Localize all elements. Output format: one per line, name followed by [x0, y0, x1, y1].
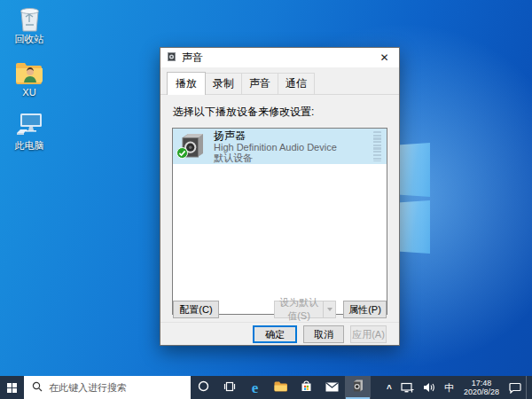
- set-default-button[interactable]: 设为默认值(S): [274, 301, 324, 318]
- sound-dialog: 声音 ✕ 播放 录制 声音 通信 选择以下播放设备来修改设置:: [160, 47, 400, 346]
- tab-recording[interactable]: 录制: [205, 73, 242, 94]
- desktop-icon-label: 回收站: [15, 34, 44, 44]
- mail-icon: [325, 379, 339, 395]
- cancel-button[interactable]: 取消: [303, 325, 344, 343]
- taskbar-mail-button[interactable]: [319, 376, 345, 399]
- task-view-icon: [223, 379, 236, 395]
- tray-time: 17:48: [472, 379, 492, 387]
- network-tray-icon[interactable]: [396, 376, 419, 399]
- store-icon: [301, 379, 312, 395]
- file-explorer-icon: [274, 379, 287, 395]
- dialog-speaker-icon: [167, 51, 177, 65]
- taskbar-file-explorer-button[interactable]: [268, 376, 293, 399]
- taskbar-edge-button[interactable]: e: [242, 376, 268, 399]
- taskbar-store-button[interactable]: [293, 376, 319, 399]
- desktop-icon-label: XU: [22, 87, 35, 98]
- sound-app-icon: [352, 379, 364, 395]
- desktop: 回收站 XU: [0, 0, 532, 399]
- playback-device-list[interactable]: 扬声器 High Definition Audio Device 默认设备: [172, 128, 387, 315]
- cortana-icon: [198, 379, 209, 395]
- dialog-titlebar[interactable]: 声音 ✕: [160, 48, 399, 67]
- tray-clock[interactable]: 17:48 2020/8/28: [458, 376, 505, 399]
- desktop-icon-list: 回收站 XU: [2, 5, 57, 151]
- chevron-down-icon: [327, 308, 332, 311]
- volume-level-meter: [373, 131, 381, 161]
- device-name: 扬声器: [214, 130, 373, 142]
- apply-button[interactable]: 应用(A): [350, 325, 387, 343]
- close-icon[interactable]: ✕: [370, 48, 399, 67]
- taskbar-search[interactable]: [24, 376, 191, 399]
- device-status: 默认设备: [214, 153, 373, 163]
- desktop-icon-label: 此电脑: [15, 140, 44, 151]
- set-default-split-button: 设为默认值(S): [274, 301, 336, 318]
- properties-button[interactable]: 属性(P): [343, 301, 387, 318]
- user-folder-icon: [15, 59, 43, 85]
- action-center-icon[interactable]: [505, 376, 526, 399]
- tray-date: 2020/8/28: [464, 387, 499, 396]
- device-item-speakers[interactable]: 扬声器 High Definition Audio Device 默认设备: [173, 129, 387, 164]
- dialog-footer: 确定 取消 应用(A): [160, 322, 399, 346]
- start-button[interactable]: [0, 376, 24, 399]
- volume-tray-icon[interactable]: [419, 376, 440, 399]
- speaker-device-icon: [179, 133, 206, 160]
- taskbar-cortana-button[interactable]: [191, 376, 216, 399]
- show-desktop-button[interactable]: [526, 376, 529, 399]
- hidden-icons-button[interactable]: ^: [382, 377, 396, 399]
- taskbar-sound-app-button[interactable]: [345, 376, 371, 399]
- configure-button[interactable]: 配置(C): [173, 301, 219, 318]
- system-tray: ^ 中 17:48 2020/8/28: [382, 376, 532, 399]
- desktop-icon-recycle-bin[interactable]: 回收站: [2, 5, 57, 44]
- dialog-tabstrip: 播放 录制 声音 通信: [160, 67, 399, 95]
- taskbar-task-view-button[interactable]: [216, 376, 242, 399]
- set-default-dropdown-button[interactable]: [323, 301, 336, 318]
- tab-playback[interactable]: 播放: [167, 72, 206, 95]
- device-text-block: 扬声器 High Definition Audio Device 默认设备: [214, 130, 373, 163]
- playback-instruction: 选择以下播放设备来修改设置:: [173, 105, 387, 120]
- edge-icon: e: [252, 380, 259, 395]
- tab-communications[interactable]: 通信: [278, 73, 315, 94]
- recycle-bin-icon: [18, 5, 42, 32]
- dialog-title: 声音: [182, 51, 203, 66]
- tab-sounds[interactable]: 声音: [241, 73, 278, 94]
- ime-indicator[interactable]: 中: [440, 376, 458, 399]
- desktop-icon-this-pc[interactable]: 此电脑: [2, 112, 57, 151]
- device-action-row: 配置(C) 设为默认值(S) 属性(P): [160, 301, 399, 318]
- device-description: High Definition Audio Device: [214, 142, 373, 153]
- this-pc-icon: [15, 112, 43, 138]
- taskbar: e: [0, 376, 532, 399]
- default-device-check-icon: [176, 147, 188, 161]
- search-input[interactable]: [49, 382, 177, 393]
- windows-logo-icon: [7, 383, 17, 393]
- search-icon: [32, 379, 43, 395]
- ok-button[interactable]: 确定: [253, 325, 297, 343]
- desktop-icon-user-folder[interactable]: XU: [2, 59, 57, 98]
